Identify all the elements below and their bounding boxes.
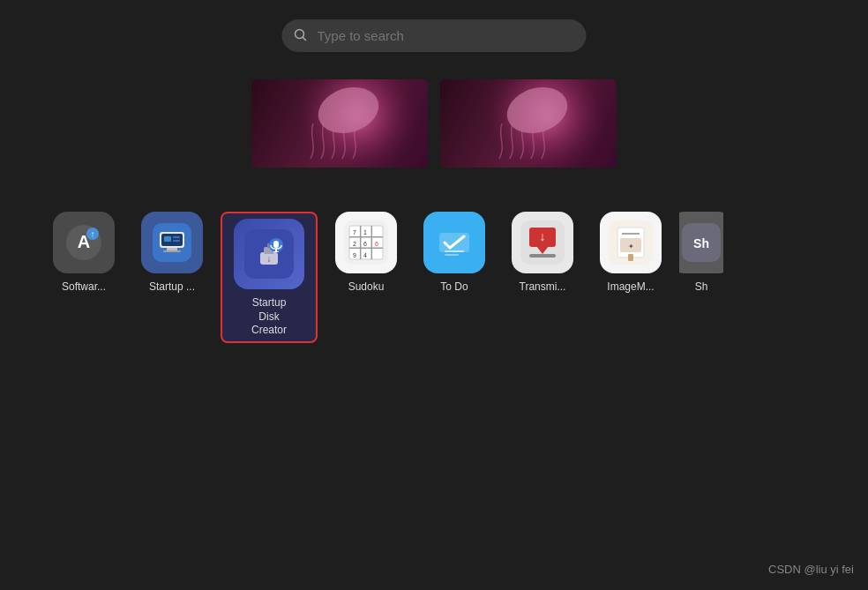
search-icon [295,28,307,43]
wallpaper-thumb-2[interactable] [440,79,617,168]
wallpaper-thumb-1[interactable] [251,79,428,168]
svg-rect-39 [445,254,459,256]
app-item-software-updater[interactable]: A ↑ Softwar... [44,212,123,295]
svg-rect-20 [275,249,277,251]
svg-text:↑: ↑ [91,229,95,239]
startup-disk-creator-label: Startup Disk Creator [251,296,287,338]
software-updater-label: Softwar... [62,280,106,295]
svg-rect-12 [173,236,180,238]
imagemagick-icon: ✦ [600,212,662,273]
svg-text:4: 4 [363,252,367,258]
transmission-icon: ↓ [512,212,573,273]
imagemagick-label: ImageM... [607,280,654,295]
startup-icon [141,212,203,273]
software-updater-icon: A ↑ [53,212,115,273]
svg-rect-11 [164,236,171,242]
svg-rect-19 [273,241,279,248]
app-item-sudoku[interactable]: 7 1 2 6 6 9 4 Sudoku [326,212,406,295]
svg-text:7: 7 [353,229,356,235]
app-item-imagemagick[interactable]: ✦ ImageM... [591,212,670,295]
svg-rect-50 [628,254,633,261]
svg-line-1 [303,37,306,40]
svg-rect-43 [529,254,556,258]
app-item-todo[interactable]: To Do [415,212,494,295]
startup-disk-creator-icon: ↓ [234,219,304,289]
svg-text:✦: ✦ [628,243,634,250]
search-container [282,19,587,52]
svg-text:1: 1 [363,229,367,235]
app-item-partial: Sh Sh [679,212,723,295]
app-row: A ↑ Softwar... Startup ... [44,212,723,343]
wallpaper-row [251,79,617,168]
svg-text:9: 9 [353,252,356,258]
svg-text:6: 6 [375,241,378,247]
svg-rect-10 [163,250,181,252]
transmission-label: Transmi... [520,280,566,295]
svg-text:6: 6 [363,241,367,247]
app-item-transmission[interactable]: ↓ Transmi... [503,212,582,295]
svg-text:↓: ↓ [540,229,546,243]
todo-icon [423,212,485,273]
app-item-startup-disk-creator[interactable]: ↓ Startup Disk Creator [221,212,318,343]
app-item-startup[interactable]: Startup ... [132,212,212,295]
partial-icon: Sh [679,212,723,273]
svg-rect-9 [167,248,177,250]
sudoku-label: Sudoku [348,280,385,295]
bottom-right-text: CSDN @liu yi fei [768,563,854,576]
svg-rect-21 [273,251,279,252]
svg-text:2: 2 [353,241,356,247]
svg-rect-13 [173,240,180,242]
startup-label: Startup ... [149,280,195,295]
svg-text:Sh: Sh [693,236,709,250]
todo-label: To Do [440,280,468,295]
svg-text:↓: ↓ [267,254,272,264]
search-input[interactable] [282,19,587,52]
sudoku-icon: 7 1 2 6 6 9 4 [335,212,397,273]
svg-rect-38 [445,250,464,252]
partial-label: Sh [695,280,708,295]
